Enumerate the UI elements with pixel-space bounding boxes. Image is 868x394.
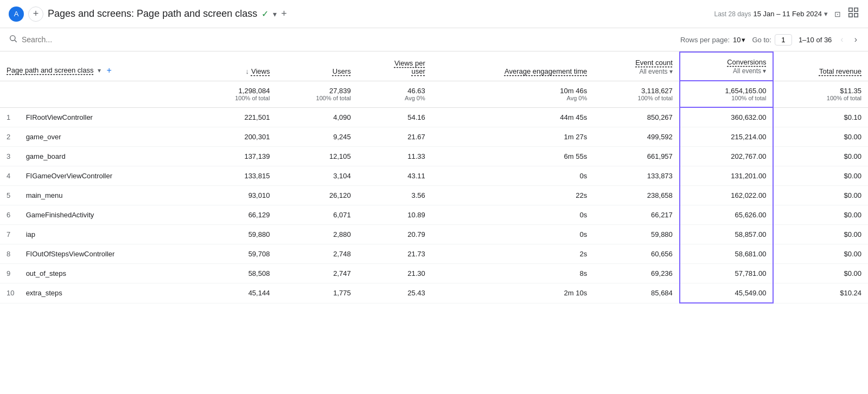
cell-views: 137,139: [195, 147, 276, 166]
event-count-sub-caret: ▾: [669, 68, 673, 75]
row-number: 8: [7, 250, 15, 258]
col-header-total-revenue: Total revenue: [773, 52, 868, 81]
cell-name: 2 game_over: [0, 127, 195, 147]
cell-users: 4,090: [276, 107, 357, 127]
cell-name-value: FIGameOverViewController: [26, 172, 112, 180]
cell-views-per-user: 10.89: [358, 205, 432, 225]
cell-conversions: 360,632.00: [680, 107, 774, 127]
row-number: 6: [7, 211, 15, 219]
table-row: 10 extra_steps 45,144 1,775 25.43 2m 10s…: [0, 283, 868, 303]
totals-event-count: 3,118,627 100% of total: [593, 81, 680, 107]
cell-users: 2,747: [276, 264, 357, 283]
goto-label: Go to:: [752, 36, 771, 44]
row-number: 10: [7, 289, 15, 297]
table-row: 8 FIOutOfStepsViewController 59,708 2,74…: [0, 244, 868, 264]
cell-event-count: 66,217: [593, 205, 680, 225]
totals-views: 1,298,084 100% of total: [195, 81, 276, 107]
col-name-link[interactable]: Page path and screen class: [7, 66, 93, 74]
compare-icon[interactable]: ⊡: [834, 10, 841, 18]
cell-total-revenue: $0.00: [773, 147, 868, 166]
col-header-name: Page path and screen class ▾ +: [0, 52, 195, 81]
date-range[interactable]: Last 28 days 15 Jan – 11 Feb 2024 ▾: [714, 10, 828, 18]
rows-per-page: Rows per page: 10 ▾: [680, 36, 746, 44]
totals-row: 1,298,084 100% of total 27,839 100% of t…: [0, 81, 868, 107]
col-event-count-link[interactable]: Event count: [635, 59, 673, 67]
cell-conversions: 57,781.00: [680, 264, 774, 283]
cell-name-value: game_board: [26, 152, 66, 160]
svg-rect-1: [854, 8, 858, 11]
col-users-link[interactable]: Users: [333, 67, 351, 75]
col-views-per-user-link[interactable]: Views peruser: [394, 59, 425, 75]
cell-event-count: 850,267: [593, 107, 680, 127]
col-event-count-sub[interactable]: All events ▾: [600, 68, 673, 75]
totals-users: 27,839 100% of total: [276, 81, 357, 107]
cell-views: 200,301: [195, 127, 276, 147]
cell-users: 3,104: [276, 166, 357, 186]
data-table: Page path and screen class ▾ + ↓Views Us…: [0, 51, 868, 303]
row-number: 9: [7, 269, 15, 277]
totals-total-revenue: $11.35 100% of total: [773, 81, 868, 107]
cell-event-count: 238,658: [593, 186, 680, 205]
cell-views-per-user: 54.16: [358, 107, 432, 127]
cell-name-value: main_menu: [26, 191, 63, 199]
date-range-caret: ▾: [824, 10, 828, 18]
cell-views: 221,501: [195, 107, 276, 127]
goto-input[interactable]: [775, 34, 792, 46]
cell-users: 1,775: [276, 283, 357, 303]
row-number: 7: [7, 230, 15, 238]
header-right: Last 28 days 15 Jan – 11 Feb 2024 ▾ ⊡: [714, 7, 859, 21]
cell-name-value: extra_steps: [26, 289, 62, 297]
sort-arrow-icon: ↓: [245, 67, 249, 75]
col-views-link[interactable]: Views: [251, 67, 270, 75]
svg-line-5: [15, 40, 17, 42]
cell-views-per-user: 21.73: [358, 244, 432, 264]
cell-views-per-user: 21.30: [358, 264, 432, 283]
add-column-button[interactable]: +: [106, 66, 111, 75]
cell-views-per-user: 43.11: [358, 166, 432, 186]
add-tab-button[interactable]: +: [28, 7, 43, 22]
cell-conversions: 58,857.00: [680, 225, 774, 244]
col-conversions-link[interactable]: Conversions: [727, 58, 766, 66]
next-page-button[interactable]: ›: [852, 34, 859, 46]
row-number: 5: [7, 191, 15, 199]
col-header-conversions: Conversions All events ▾: [680, 52, 774, 81]
svg-rect-2: [849, 14, 852, 17]
search-bar: Rows per page: 10 ▾ Go to: 1–10 of 36 ‹ …: [0, 28, 868, 51]
search-icon: [9, 34, 17, 45]
search-input[interactable]: [22, 35, 676, 44]
table-row: 6 GameFinishedActivity 66,129 6,071 10.8…: [0, 205, 868, 225]
table-row: 9 out_of_steps 58,508 2,747 21.30 8s 69,…: [0, 264, 868, 283]
date-range-label: Last 28 days: [714, 10, 751, 18]
cell-conversions: 202,767.00: [680, 147, 774, 166]
row-number: 2: [7, 133, 15, 141]
cell-avg-engagement: 22s: [432, 186, 594, 205]
cell-views-per-user: 21.67: [358, 127, 432, 147]
table-row: 2 game_over 200,301 9,245 21.67 1m 27s 4…: [0, 127, 868, 147]
cell-name: 3 game_board: [0, 147, 195, 166]
cell-avg-engagement: 0s: [432, 166, 594, 186]
cell-users: 6,071: [276, 205, 357, 225]
cell-conversions: 131,201.00: [680, 166, 774, 186]
col-avg-engagement-link[interactable]: Average engagement time: [505, 67, 587, 75]
row-number: 1: [7, 113, 15, 121]
col-name-filter-icon[interactable]: ▾: [98, 67, 101, 74]
title-add-icon[interactable]: +: [281, 8, 287, 20]
avatar[interactable]: A: [9, 7, 24, 22]
col-total-revenue-link[interactable]: Total revenue: [819, 67, 861, 75]
cell-avg-engagement: 8s: [432, 264, 594, 283]
cell-conversions: 215,214.00: [680, 127, 774, 147]
cell-users: 2,748: [276, 244, 357, 264]
cell-avg-engagement: 2s: [432, 244, 594, 264]
cell-name: 5 main_menu: [0, 186, 195, 205]
title-dropdown-icon[interactable]: ▾: [273, 10, 277, 18]
cell-name: 9 out_of_steps: [0, 264, 195, 283]
rows-per-page-select[interactable]: 10 ▾: [733, 36, 745, 44]
table-container: Page path and screen class ▾ + ↓Views Us…: [0, 51, 868, 303]
col-conversions-sub[interactable]: All events ▾: [687, 67, 767, 75]
totals-name: [0, 81, 195, 107]
prev-page-button[interactable]: ‹: [838, 34, 845, 46]
totals-views-per-user: 46.63 Avg 0%: [358, 81, 432, 107]
chart-icon[interactable]: [847, 7, 859, 21]
pagination-area: Rows per page: 10 ▾ Go to: 1–10 of 36 ‹ …: [680, 34, 859, 46]
cell-avg-engagement: 2m 10s: [432, 283, 594, 303]
